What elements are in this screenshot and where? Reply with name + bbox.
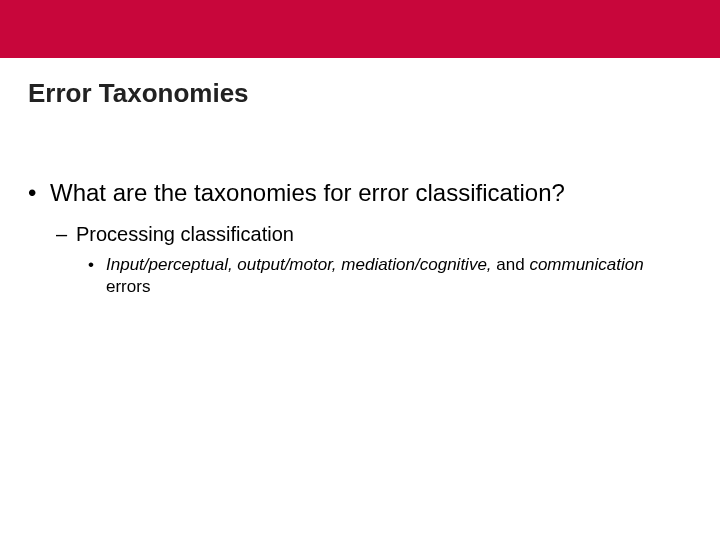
bullet-level-1: What are the taxonomies for error classi… [20,179,690,208]
slide-content: What are the taxonomies for error classi… [0,179,720,298]
bullet-level-2-text: Processing classification [76,223,294,245]
bullet-level-3-plain-2: errors [106,277,150,296]
bullet-level-3: Input/perceptual, output/motor, mediatio… [20,254,666,298]
brand-top-bar [0,0,720,58]
bullet-level-3-italic-1: Input/perceptual, output/motor, mediatio… [106,255,492,274]
bullet-level-3-italic-2: communication [529,255,643,274]
bullet-level-1-text: What are the taxonomies for error classi… [50,179,565,206]
bullet-level-3-plain-1: and [492,255,530,274]
slide-title: Error Taxonomies [0,58,720,109]
bullet-level-2: Processing classification [20,222,690,246]
